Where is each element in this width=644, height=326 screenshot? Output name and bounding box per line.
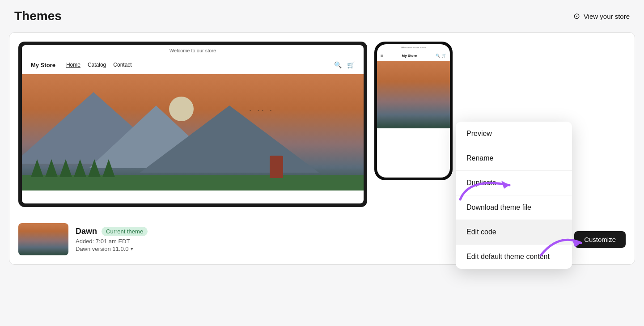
desktop-screen: Welcome to our store My Store Home Catal… [22,45,364,203]
desktop-nav-links: Home Catalog Contact [66,62,132,68]
hero-tree [59,159,72,177]
theme-thumbnail [18,223,68,255]
eye-icon: ⊙ [573,11,580,21]
view-store-button[interactable]: ⊙ View your store [573,11,630,21]
mobile-mockup: Welcome to our store ≡ My Store 🔍 🛒 [374,42,453,180]
search-icon: 🔍 [334,61,342,68]
hero-tree [74,159,86,177]
desktop-nav-icons: 🔍 🛒 [334,61,355,68]
version-label: Dawn version 11.0.0 [76,246,129,252]
theme-name: Dawn [76,227,97,236]
mobile-cart-icon: 🛒 [442,54,446,58]
desktop-welcome-text: Welcome to our store [22,45,364,56]
mobile-welcome-text: Welcome to our store [377,44,450,51]
mobile-hero-image [377,61,450,128]
arrow-to-more-button [532,224,590,260]
desktop-nav: My Store Home Catalog Contact 🔍 🛒 [22,56,364,74]
dropdown-item-rename[interactable]: Rename [456,146,572,171]
theme-card: Welcome to our store My Store Home Catal… [9,32,635,265]
hero-figure [270,156,283,178]
nav-contact[interactable]: Contact [113,62,131,68]
page-title: Themes [14,9,62,23]
hero-tree [45,159,58,177]
mobile-screen: Welcome to our store ≡ My Store 🔍 🛒 [377,44,450,178]
hero-tree [31,159,43,177]
hero-tree [88,159,101,177]
desktop-hero-image: ˇ ˇˇ ˇ [22,74,364,191]
current-theme-badge: Current theme [102,227,148,236]
mobile-nav: ≡ My Store 🔍 🛒 [377,51,450,61]
cart-icon: 🛒 [347,61,355,68]
hero-trees [22,159,364,177]
dropdown-item-preview[interactable]: Preview [456,122,572,146]
hero-ground [22,175,364,191]
desktop-mockup: Welcome to our store My Store Home Catal… [18,42,367,207]
mobile-search-icon: 🔍 [436,54,440,58]
page-header: Themes ⊙ View your store [0,0,644,32]
arrow-to-edit-code [451,168,523,204]
hamburger-icon: ≡ [381,53,383,58]
nav-catalog[interactable]: Catalog [88,62,106,68]
mobile-store-name: My Store [386,54,433,58]
nav-home[interactable]: Home [66,62,80,68]
hero-tree [102,159,115,177]
chevron-down-icon: ▾ [131,246,133,252]
desktop-store-name: My Store [31,62,55,68]
mobile-nav-icons: 🔍 🛒 [436,54,446,58]
theme-thumb-mini [18,223,68,255]
